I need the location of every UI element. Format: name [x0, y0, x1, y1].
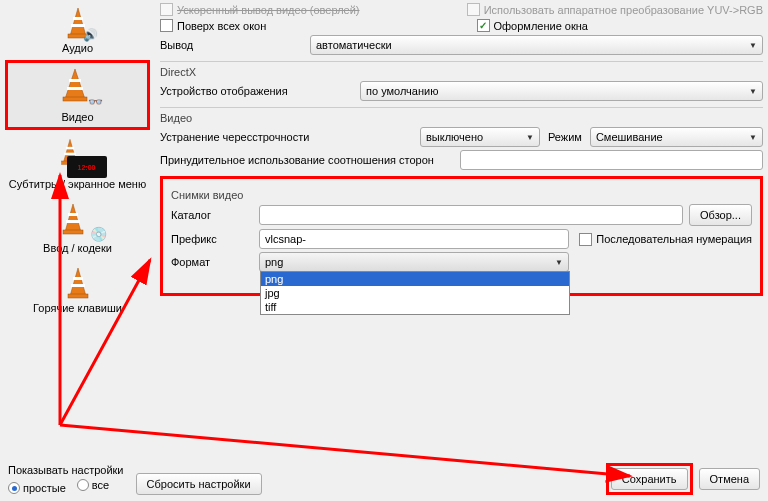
hwconv-checkbox[interactable] [467, 3, 480, 16]
snapshot-format-value: png [265, 256, 283, 268]
save-button[interactable]: Сохранить [611, 468, 688, 490]
hwconv-label: Использовать аппаратное преобразование Y… [484, 4, 763, 16]
display-device-select[interactable]: по умолчанию▼ [360, 81, 763, 101]
svg-rect-7 [63, 97, 87, 101]
always-on-top-label: Поверх всех окон [177, 20, 266, 32]
divider [160, 61, 763, 62]
svg-rect-1 [73, 17, 83, 20]
chevron-down-icon: ▼ [749, 87, 757, 96]
radio-all[interactable] [77, 479, 89, 491]
glasses-icon: 👓 [88, 95, 103, 109]
sequential-label: Последовательная нумерация [596, 233, 752, 245]
display-device-label: Устройство отображения [160, 85, 360, 97]
snapshot-dir-label: Каталог [171, 209, 259, 221]
svg-marker-12 [65, 204, 81, 232]
reset-button[interactable]: Сбросить настройки [136, 473, 262, 495]
deinterlace-value: выключено [426, 131, 483, 143]
force-aspect-input[interactable] [460, 150, 763, 170]
svg-marker-16 [70, 268, 86, 296]
video-title: Видео [160, 112, 763, 124]
always-on-top-checkbox[interactable] [160, 19, 173, 32]
snapshot-prefix-input[interactable] [259, 229, 569, 249]
format-option[interactable]: tiff [261, 300, 569, 314]
svg-rect-15 [63, 230, 83, 234]
radio-simple[interactable] [8, 482, 20, 494]
chevron-down-icon: ▼ [555, 258, 563, 267]
chevron-down-icon: ▼ [749, 41, 757, 50]
mode-select[interactable]: Смешивание▼ [590, 127, 763, 147]
svg-rect-5 [69, 79, 81, 82]
svg-rect-10 [64, 153, 76, 156]
svg-rect-13 [68, 213, 78, 216]
speaker-icon: 🔊 [83, 28, 98, 42]
browse-button[interactable]: Обзор... [689, 204, 752, 226]
sidebar-item-input-codecs[interactable]: 💿 Ввод / кодеки [5, 196, 150, 258]
show-settings-label: Показывать настройки [8, 464, 124, 476]
window-deco-label: Оформление окна [494, 20, 588, 32]
chevron-down-icon: ▼ [526, 133, 534, 142]
mode-label: Режим [548, 131, 582, 143]
settings-main-panel: Ускоренный вывод видео (оверлей) Использ… [160, 0, 763, 296]
format-option[interactable]: png [261, 272, 569, 286]
format-option[interactable]: jpg [261, 286, 569, 300]
cone-audio-icon: 🔊 [60, 4, 96, 40]
bottom-bar: Показывать настройки простые все Сбросит… [8, 463, 760, 495]
svg-rect-2 [71, 24, 85, 27]
snapshot-format-dropdown: png jpg tiff [260, 271, 570, 315]
cone-hotkeys-icon [60, 264, 96, 300]
sidebar-item-label: Субтитры / экранное меню [9, 178, 146, 190]
svg-rect-14 [66, 220, 80, 223]
svg-rect-18 [71, 284, 85, 287]
snapshot-format-select[interactable]: png▼ png jpg tiff [259, 252, 569, 272]
cone-subtitle-icon: 12:00 [55, 136, 101, 176]
sidebar-item-label: Горячие клавиши [33, 302, 122, 314]
chevron-down-icon: ▼ [749, 133, 757, 142]
save-highlight: Сохранить [606, 463, 693, 495]
output-select[interactable]: автоматически▼ [310, 35, 763, 55]
window-deco-checkbox[interactable] [477, 19, 490, 32]
cancel-button[interactable]: Отмена [699, 468, 760, 490]
sidebar-item-subtitles[interactable]: 12:00 Субтитры / экранное меню [5, 132, 150, 194]
deinterlace-label: Устранение чересстрочности [160, 131, 420, 143]
sidebar-item-label: Ввод / кодеки [43, 242, 112, 254]
directx-title: DirectX [160, 66, 763, 78]
snapshots-title: Снимки видео [171, 189, 752, 201]
sidebar-item-audio[interactable]: 🔊 Аудио [5, 0, 150, 58]
snapshot-prefix-label: Префикс [171, 233, 259, 245]
deinterlace-select[interactable]: выключено▼ [420, 127, 540, 147]
sidebar-item-video[interactable]: 👓 Видео [5, 60, 150, 130]
sequential-checkbox[interactable] [579, 233, 592, 246]
svg-rect-19 [68, 294, 88, 298]
svg-marker-4 [65, 69, 85, 99]
sidebar-item-hotkeys[interactable]: Горячие клавиши [5, 260, 150, 318]
radio-simple-label: простые [23, 482, 66, 494]
svg-rect-17 [73, 277, 83, 280]
radio-all-label: все [92, 479, 109, 491]
mode-value: Смешивание [596, 131, 663, 143]
svg-rect-9 [65, 147, 73, 150]
subtitle-board-icon: 12:00 [67, 156, 107, 178]
sidebar-item-label: Видео [61, 111, 93, 123]
accel-checkbox[interactable] [160, 3, 173, 16]
force-aspect-label: Принудительное использование соотношения… [160, 154, 460, 166]
cone-codec-icon: 💿 [55, 200, 101, 240]
accel-label: Ускоренный вывод видео (оверлей) [177, 4, 360, 16]
snapshot-format-label: Формат [171, 256, 259, 268]
disc-icon: 💿 [90, 226, 107, 242]
svg-rect-6 [67, 87, 83, 90]
output-value: автоматически [316, 39, 392, 51]
snapshots-section: Снимки видео Каталог Обзор... Префикс По… [160, 176, 763, 296]
divider [160, 107, 763, 108]
snapshot-dir-input[interactable] [259, 205, 683, 225]
settings-sidebar: 🔊 Аудио 👓 Видео 12:00 Субтитры / экранно… [5, 0, 150, 440]
cone-video-icon: 👓 [57, 67, 99, 109]
output-label: Вывод [160, 39, 310, 51]
sidebar-item-label: Аудио [62, 42, 93, 54]
display-device-value: по умолчанию [366, 85, 438, 97]
